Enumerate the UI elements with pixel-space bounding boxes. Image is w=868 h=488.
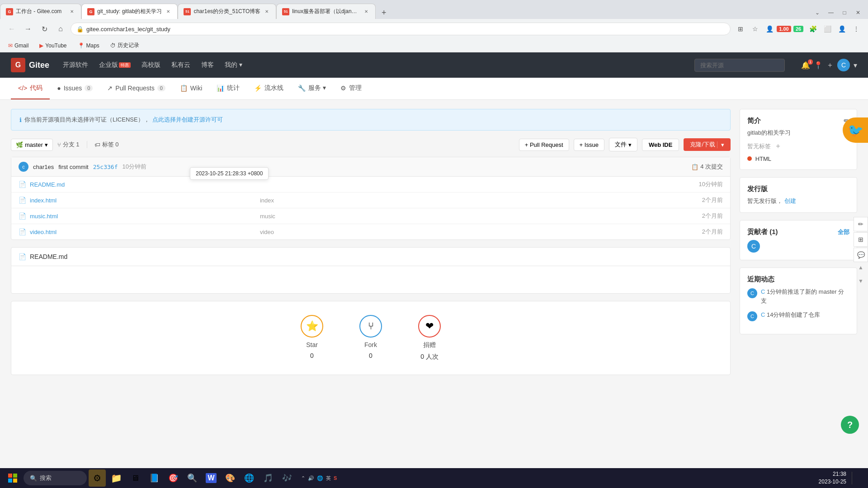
tab-4[interactable]: 51 linux服务器部署（以django项目... ✕ — [276, 4, 376, 19]
tab-1-close[interactable]: ✕ — [68, 8, 75, 15]
star-action[interactable]: ⭐ Star 0 — [301, 315, 323, 361]
nav-opensource[interactable]: 开源软件 — [58, 58, 93, 72]
tab-stats[interactable]: 📊 统计 — [209, 78, 247, 99]
activity-user-2[interactable]: C — [761, 311, 765, 318]
extension-4[interactable]: ⬜ — [821, 23, 834, 35]
license-link[interactable]: 点此选择并创建开源许可可 — [152, 116, 223, 124]
taskbar-app-10[interactable]: 🎵 — [259, 469, 277, 487]
tray-volume[interactable]: 🔊 — [308, 475, 314, 481]
profile-icon[interactable]: 👤 — [763, 23, 776, 35]
pull-request-button[interactable]: + Pull Request — [519, 139, 569, 151]
restore-button[interactable]: □ — [838, 6, 851, 19]
tab-issues[interactable]: ● Issues 0 — [50, 78, 100, 99]
tab-code[interactable]: </> 代码 — [11, 78, 50, 99]
tab-services[interactable]: 🔧 服务 ▾ — [291, 78, 333, 99]
start-button[interactable] — [4, 469, 22, 487]
tab-pullrequests[interactable]: ↗ Pull Requests 0 — [100, 78, 173, 99]
extension-3[interactable]: 🧩 — [807, 23, 819, 35]
tags-add-icon[interactable]: ＋ — [774, 141, 782, 151]
donate-action[interactable]: ❤ 捐赠 0 人次 — [418, 315, 441, 361]
tray-s[interactable]: S — [334, 475, 337, 481]
file-name-readme[interactable]: README.md — [30, 181, 250, 188]
nav-mine[interactable]: 我的 ▾ — [220, 58, 247, 72]
extension-1[interactable]: 1.00 — [778, 23, 790, 35]
user-avatar[interactable]: 👤 — [835, 23, 848, 35]
bookmark-maps[interactable]: 📍 Maps — [75, 42, 102, 50]
tab-3[interactable]: 51 char1es的分类_51CTO博客 ✕ — [178, 4, 276, 19]
show-desktop-button[interactable] — [852, 472, 864, 484]
user-avatar-nav[interactable]: C — [837, 59, 850, 71]
taskbar-search[interactable]: 🔍 搜索 — [24, 471, 87, 485]
tray-network[interactable]: 🌐 — [317, 475, 323, 481]
side-chat-btn[interactable]: 💬 — [854, 248, 868, 262]
gitee-logo[interactable]: G Gitee — [11, 58, 49, 72]
extension-2[interactable]: 26 — [792, 23, 805, 35]
location-icon[interactable]: 📍 — [814, 61, 823, 70]
file-name-music[interactable]: music.html — [30, 213, 251, 220]
extensions-icon[interactable]: ⊞ — [734, 23, 747, 35]
commit-count[interactable]: 📋 4 次提交 — [691, 163, 723, 171]
bookmark-gmail[interactable]: ✉ Gmail — [5, 42, 31, 50]
bird-button[interactable]: 🐦 — [843, 117, 868, 143]
bookmark-youtube[interactable]: ▶ YouTube — [37, 42, 69, 50]
notification-bell[interactable]: 🔔1 — [801, 61, 810, 70]
tab-dropdown-icon[interactable]: ⌄ — [811, 6, 824, 19]
gitee-search-input[interactable] — [694, 59, 785, 72]
taskbar-app-7[interactable]: W — [203, 469, 220, 487]
tab-2-close[interactable]: ✕ — [165, 8, 172, 15]
help-button[interactable]: ? — [841, 416, 859, 434]
web-ide-button[interactable]: Web IDE — [642, 139, 679, 151]
branches-count[interactable]: ⑂ 分支 1 — [57, 141, 80, 149]
file-name-index[interactable]: index.html — [30, 197, 251, 204]
branch-selector[interactable]: 🌿 master ▾ — [11, 139, 53, 151]
bookmark-icon[interactable]: ☆ — [749, 23, 761, 35]
scroll-down-btn[interactable]: ▼ — [855, 276, 866, 286]
tab-wiki[interactable]: 📋 Wiki — [173, 78, 209, 99]
file-name-video[interactable]: video.html — [30, 229, 251, 235]
avatar-dropdown[interactable]: ▾ — [854, 61, 857, 70]
contributors-all-link[interactable]: 全部 — [838, 228, 849, 236]
fork-action[interactable]: ⑂ Fork 0 — [359, 315, 382, 361]
taskbar-app-11[interactable]: 🎶 — [278, 469, 296, 487]
clone-button[interactable]: 克隆/下载 ▾ — [684, 138, 731, 151]
nav-enterprise[interactable]: 企业版特惠 — [94, 58, 135, 72]
tab-3-close[interactable]: ✕ — [263, 8, 270, 15]
side-edit-btn[interactable]: ✏ — [854, 217, 868, 231]
activity-user-1[interactable]: C — [761, 288, 765, 295]
tab-2[interactable]: G git_study: gitlab的相关学习 ✕ — [81, 4, 178, 19]
back-button[interactable]: ← — [5, 23, 18, 35]
address-bar[interactable]: 🔒 gitee.com/char1es_lec/git_study — [71, 23, 731, 35]
nav-private-cloud[interactable]: 私有云 — [167, 58, 195, 72]
add-icon[interactable]: ＋ — [826, 61, 834, 70]
taskbar-app-9[interactable]: 🌐 — [241, 469, 258, 487]
taskbar-app-1[interactable]: ⚙ — [89, 469, 106, 487]
bookmark-history[interactable]: ⏱ 历史记录 — [108, 41, 142, 50]
issue-button[interactable]: + Issue — [574, 139, 604, 151]
home-button[interactable]: ⌂ — [54, 23, 67, 35]
tray-chevron[interactable]: ⌃ — [301, 475, 305, 481]
taskbar-app-5[interactable]: 🎯 — [165, 469, 182, 487]
tab-4-close[interactable]: ✕ — [363, 8, 370, 15]
releases-create-link[interactable]: 创建 — [784, 197, 796, 204]
tags-count[interactable]: 🏷 标签 0 — [94, 141, 119, 149]
taskbar-app-4[interactable]: 📘 — [146, 469, 163, 487]
menu-button[interactable]: ⋮ — [850, 23, 863, 35]
nav-university[interactable]: 高校版 — [137, 58, 165, 72]
tab-pipeline[interactable]: ⚡ 流水线 — [247, 78, 291, 99]
nav-blog[interactable]: 博客 — [197, 58, 218, 72]
file-button[interactable]: 文件 ▾ — [609, 138, 637, 151]
side-grid-btn[interactable]: ⊞ — [854, 232, 868, 247]
taskbar-app-8[interactable]: 🎨 — [222, 469, 239, 487]
tab-admin[interactable]: ⚙ 管理 — [333, 78, 369, 99]
scroll-up-btn[interactable]: ▲ — [855, 262, 866, 273]
commit-hash[interactable]: 25c336f — [93, 164, 118, 170]
taskbar-app-6[interactable]: 🔍 — [184, 469, 201, 487]
tray-input-method[interactable]: 英 — [326, 475, 331, 482]
contributor-avatar-1[interactable]: C — [747, 240, 760, 253]
taskbar-app-3[interactable]: 🖥 — [127, 469, 144, 487]
tab-1[interactable]: G 工作台 - Gitee.com ✕ — [0, 4, 81, 19]
forward-button[interactable]: → — [22, 23, 34, 35]
close-window-button[interactable]: ✕ — [852, 6, 864, 19]
minimize-button[interactable]: — — [825, 6, 837, 19]
new-tab-button[interactable]: + — [377, 6, 390, 19]
